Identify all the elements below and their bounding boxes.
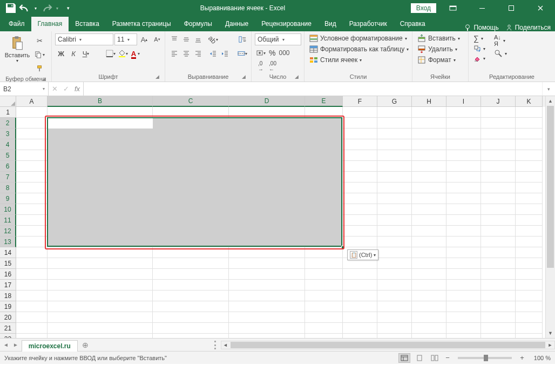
cell[interactable] xyxy=(48,258,153,269)
zoom-out-button[interactable]: − xyxy=(444,354,451,362)
cell[interactable] xyxy=(446,204,481,215)
cell[interactable] xyxy=(446,301,481,312)
row-header-13[interactable]: 13 xyxy=(0,236,16,247)
cell[interactable] xyxy=(481,247,516,258)
cut-icon[interactable]: ✂ xyxy=(33,35,46,46)
cell[interactable] xyxy=(481,183,516,193)
cell[interactable] xyxy=(343,172,377,183)
cell[interactable] xyxy=(229,290,305,301)
cancel-formula-icon[interactable]: ✕ xyxy=(52,85,58,93)
wrap-text-icon[interactable] xyxy=(236,33,248,45)
vscroll-thumb[interactable] xyxy=(547,106,554,268)
row-header-21[interactable]: 21 xyxy=(0,323,16,334)
name-box[interactable]: B2▾ xyxy=(0,82,49,96)
cell[interactable] xyxy=(481,334,516,338)
row-header-3[interactable]: 3 xyxy=(0,129,16,139)
save-icon[interactable] xyxy=(4,2,17,15)
percent-format-icon[interactable]: % xyxy=(267,49,278,57)
increase-font-icon[interactable]: A▴ xyxy=(138,33,150,45)
align-middle-icon[interactable] xyxy=(180,33,192,45)
enter-formula-icon[interactable]: ✓ xyxy=(63,85,69,93)
cell[interactable] xyxy=(377,118,412,129)
col-header-C[interactable]: C xyxy=(153,96,229,107)
row-header-6[interactable]: 6 xyxy=(0,161,16,172)
cell[interactable] xyxy=(153,258,229,269)
cell[interactable] xyxy=(446,183,481,193)
cell[interactable] xyxy=(377,226,412,236)
cell[interactable] xyxy=(229,312,305,323)
cell[interactable] xyxy=(481,150,516,161)
col-header-K[interactable]: K xyxy=(516,96,543,107)
increase-decimal-icon[interactable]: ,0→ xyxy=(255,60,267,72)
cell[interactable] xyxy=(377,204,412,215)
cell[interactable] xyxy=(16,290,48,301)
cell[interactable] xyxy=(446,107,481,118)
tab-insert[interactable]: Вставка xyxy=(69,17,106,31)
decrease-indent-icon[interactable] xyxy=(207,48,219,59)
cell[interactable] xyxy=(16,247,48,258)
scroll-down-icon[interactable]: ▼ xyxy=(546,328,555,338)
decrease-decimal-icon[interactable]: ,00← xyxy=(267,60,279,72)
cell[interactable] xyxy=(305,290,343,301)
cell[interactable] xyxy=(16,280,48,290)
cell[interactable] xyxy=(481,236,516,247)
cell[interactable] xyxy=(516,269,543,280)
expand-formula-bar-icon[interactable]: ▾ xyxy=(542,82,555,96)
tab-layout[interactable]: Разметка страницы xyxy=(106,17,178,31)
cell[interactable] xyxy=(16,312,48,323)
cell[interactable] xyxy=(48,107,153,118)
cells-format-button[interactable]: Формат▾ xyxy=(416,55,457,65)
cell[interactable] xyxy=(412,290,446,301)
cell[interactable] xyxy=(377,334,412,338)
align-center-icon[interactable] xyxy=(180,48,192,59)
autosum-button[interactable]: ∑▾ xyxy=(472,33,487,43)
clipboard-launcher-icon[interactable]: ◢ xyxy=(40,76,47,83)
cell[interactable] xyxy=(516,172,543,183)
cell[interactable] xyxy=(516,236,543,247)
redo-icon[interactable] xyxy=(40,2,53,15)
accounting-format-icon[interactable]: ▾ xyxy=(255,47,267,59)
cell[interactable] xyxy=(343,269,377,280)
cell[interactable] xyxy=(16,172,48,183)
scroll-left-icon[interactable]: ◄ xyxy=(221,342,230,348)
sheet-nav-next-icon[interactable]: ► xyxy=(13,342,18,348)
cell[interactable] xyxy=(16,193,48,204)
row-header-18[interactable]: 18 xyxy=(0,290,16,301)
cell[interactable] xyxy=(446,258,481,269)
undo-icon[interactable] xyxy=(18,2,31,15)
cell[interactable] xyxy=(412,312,446,323)
cell[interactable] xyxy=(305,334,343,338)
cell[interactable] xyxy=(153,269,229,280)
cell[interactable] xyxy=(229,301,305,312)
row-header-14[interactable]: 14 xyxy=(0,247,16,258)
cell[interactable] xyxy=(516,312,543,323)
cell[interactable] xyxy=(481,129,516,139)
col-header-D[interactable]: D xyxy=(229,96,305,107)
cell[interactable] xyxy=(377,312,412,323)
cell[interactable] xyxy=(16,204,48,215)
row-header-12[interactable]: 12 xyxy=(0,226,16,236)
font-name-combo[interactable]: Calibri▾ xyxy=(55,33,113,45)
cell[interactable] xyxy=(377,193,412,204)
cell[interactable] xyxy=(516,204,543,215)
fx-icon[interactable]: fx xyxy=(75,85,80,93)
tab-home[interactable]: Главная xyxy=(31,17,69,31)
cell[interactable] xyxy=(16,236,48,247)
col-header-G[interactable]: G xyxy=(377,96,412,107)
col-header-J[interactable]: J xyxy=(481,96,516,107)
cell[interactable] xyxy=(446,139,481,150)
tab-scroll-split[interactable] xyxy=(214,341,219,349)
cell[interactable] xyxy=(377,150,412,161)
row-header-10[interactable]: 10 xyxy=(0,204,16,215)
cell[interactable] xyxy=(305,107,343,118)
cell[interactable] xyxy=(16,129,48,139)
cell[interactable] xyxy=(377,215,412,226)
cell[interactable] xyxy=(412,258,446,269)
cell[interactable] xyxy=(153,323,229,334)
horizontal-scrollbar[interactable]: ◄ ► xyxy=(221,341,555,349)
cell[interactable] xyxy=(305,269,343,280)
cell[interactable] xyxy=(481,107,516,118)
comma-format-icon[interactable]: 000 xyxy=(278,47,290,59)
conditional-format-button[interactable]: Условное форматирование▾ xyxy=(308,33,409,43)
fill-color-button[interactable]: ▾ xyxy=(117,48,129,59)
